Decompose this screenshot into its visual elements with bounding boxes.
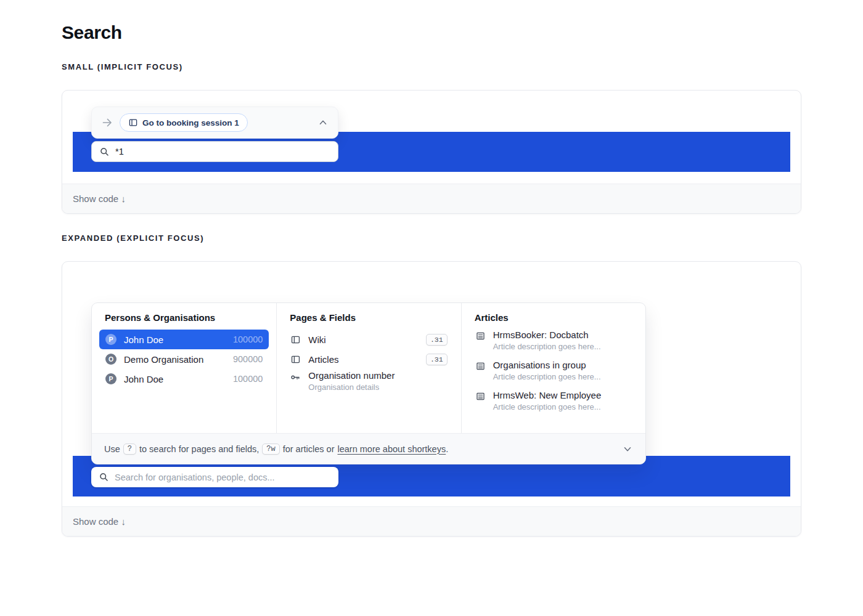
chevron-down-icon[interactable] xyxy=(622,444,633,455)
arrow-right-icon xyxy=(101,116,113,129)
article-icon xyxy=(475,391,486,402)
section-heading-small: SMALL (IMPLICIT FOCUS) xyxy=(62,62,863,71)
column-title: Articles xyxy=(475,312,638,323)
demo-card-small: Go to booking session 1 Show code ↓ xyxy=(62,90,801,214)
result-description: Article description goes here... xyxy=(493,372,601,381)
result-row-field[interactable]: Organisation number Organisation details xyxy=(284,369,453,392)
result-row-article[interactable]: HrmsBooker: Docbatch Article description… xyxy=(469,330,638,351)
page-icon xyxy=(128,118,138,128)
shortkey-badge: .31 xyxy=(426,334,448,346)
shortkeys-hint-footer: Use ? to search for pages and fields, ?w… xyxy=(92,433,645,464)
quick-action-chip[interactable]: Go to booking session 1 xyxy=(120,113,248,132)
result-description: Article description goes here... xyxy=(493,342,601,351)
result-description: Organisation details xyxy=(308,383,395,392)
show-code-link[interactable]: Show code ↓ xyxy=(73,516,126,527)
result-row-page[interactable]: Wiki .31 xyxy=(284,330,453,349)
result-row-article[interactable]: Organisations in group Article descripti… xyxy=(469,360,638,381)
card-footer-expanded: Show code ↓ xyxy=(62,506,801,536)
search-input-small[interactable] xyxy=(91,141,338,162)
article-icon xyxy=(475,331,486,341)
result-value: 100000 xyxy=(233,334,263,344)
field-icon xyxy=(290,372,301,383)
result-label: Articles xyxy=(308,354,338,365)
result-label: Organisations in group xyxy=(493,360,586,370)
search-icon xyxy=(99,472,109,482)
result-label: HrmsWeb: New Employee xyxy=(493,390,602,400)
column-title: Persons & Organisations xyxy=(105,312,269,323)
hint-text: to search for pages and fields, xyxy=(139,444,259,454)
demo-card-expanded-body: Persons & Organisations P John Doe 10000… xyxy=(62,262,801,506)
storybook-page: Search SMALL (IMPLICIT FOCUS) Go to book… xyxy=(0,22,863,616)
result-row-organisation[interactable]: O Demo Organisation 900000 xyxy=(99,349,269,369)
demo-card-expanded: Persons & Organisations P John Doe 10000… xyxy=(62,261,801,537)
page-title: Search xyxy=(62,22,863,43)
card-footer-small: Show code ↓ xyxy=(62,184,801,213)
page-icon xyxy=(290,354,301,365)
column-title: Pages & Fields xyxy=(290,312,453,323)
result-label: John Doe xyxy=(124,334,163,345)
search-icon xyxy=(99,147,110,157)
result-label: John Doe xyxy=(124,374,163,384)
result-value: 900000 xyxy=(233,354,263,364)
article-icon xyxy=(475,361,486,371)
hint-text: Use xyxy=(104,444,120,454)
chevron-up-icon[interactable] xyxy=(317,117,329,128)
quick-action-panel: Go to booking session 1 xyxy=(91,107,338,139)
search-input-expanded-field[interactable] xyxy=(115,472,331,482)
result-value: 100000 xyxy=(233,374,263,384)
result-label: Demo Organisation xyxy=(124,354,203,365)
organisation-badge: O xyxy=(105,354,117,365)
shortkey-kbd: ? xyxy=(123,444,136,455)
search-input-small-field[interactable] xyxy=(115,147,330,156)
section-heading-expanded: EXPANDED (EXPLICIT FOCUS) xyxy=(62,233,863,243)
hint-text: for articles or xyxy=(283,444,335,454)
shortkey-kbd: ?w xyxy=(262,444,279,455)
result-label: Wiki xyxy=(308,334,325,345)
search-results-panel: Persons & Organisations P John Doe 10000… xyxy=(91,302,646,464)
result-row-article[interactable]: HrmsWeb: New Employee Article descriptio… xyxy=(469,390,638,411)
column-persons-organisations: Persons & Organisations P John Doe 10000… xyxy=(92,303,276,433)
demo-card-small-body: Go to booking session 1 xyxy=(62,91,801,184)
result-label: Organisation number xyxy=(308,370,395,381)
person-badge: P xyxy=(105,334,117,345)
result-description: Article description goes here... xyxy=(493,402,602,411)
person-badge: P xyxy=(105,373,117,384)
shortkey-badge: .31 xyxy=(426,354,448,365)
column-pages-fields: Pages & Fields Wiki .31 Articles .31 xyxy=(276,303,460,433)
result-row-person[interactable]: P John Doe 100000 xyxy=(99,330,269,349)
result-row-page[interactable]: Articles .31 xyxy=(284,349,453,369)
result-row-person[interactable]: P John Doe 100000 xyxy=(99,369,269,389)
page-icon xyxy=(290,334,301,345)
result-label: HrmsBooker: Docbatch xyxy=(493,330,589,340)
search-input-expanded[interactable] xyxy=(91,467,338,487)
show-code-link[interactable]: Show code ↓ xyxy=(73,193,126,204)
shortkeys-learn-more-link[interactable]: learn more about shortkeys xyxy=(337,444,446,454)
quick-action-label: Go to booking session 1 xyxy=(142,118,239,128)
hint-text: . xyxy=(446,444,448,454)
column-articles: Articles HrmsBooker: Docbatch Article de… xyxy=(461,303,645,433)
results-columns: Persons & Organisations P John Doe 10000… xyxy=(92,303,645,433)
